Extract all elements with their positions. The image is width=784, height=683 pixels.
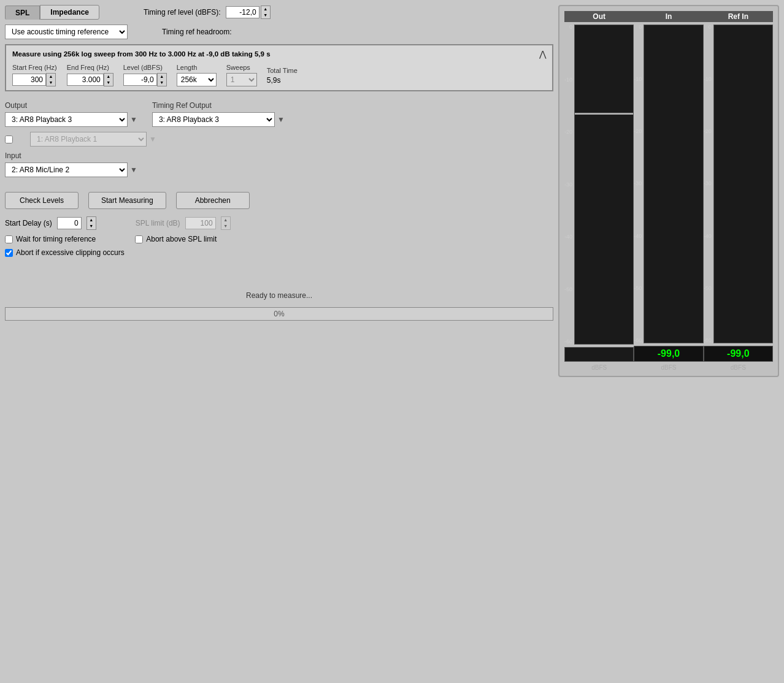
start-freq-up[interactable]: ▲ <box>47 74 55 80</box>
level-up[interactable]: ▲ <box>158 74 166 80</box>
meter-ref-in-scale: 0 -10 -20 -30 -40 -50 -60 <box>704 25 713 343</box>
wait-timing-checkbox[interactable] <box>5 235 13 243</box>
output2-checkbox[interactable] <box>5 135 13 143</box>
output-row: Output 3: AR8 Playback 3 1: AR8 Playback… <box>5 101 553 127</box>
measure-box: Measure using 256k log sweep from 300 Hz… <box>5 44 553 91</box>
abbrechen-button[interactable]: Abbrechen <box>176 192 250 209</box>
meter-out-value-box <box>564 347 634 362</box>
abort-spl-checkbox-label[interactable]: Abort above SPL limit <box>135 235 217 243</box>
tab-impedance[interactable]: Impedance <box>40 5 99 20</box>
spl-limit-input <box>185 217 216 229</box>
timing-ref-level-input[interactable] <box>226 6 259 18</box>
end-freq-down[interactable]: ▼ <box>104 80 113 86</box>
start-freq-down[interactable]: ▼ <box>47 80 55 86</box>
measure-box-title: Measure using 256k log sweep from 300 Hz… <box>12 50 271 58</box>
input-select-row: 2: AR8 Mic/Line 2 1: AR8 Mic/Line 1 ▼ <box>5 162 553 177</box>
start-freq-label: Start Freq (Hz) <box>12 64 57 71</box>
input-select[interactable]: 2: AR8 Mic/Line 2 1: AR8 Mic/Line 1 <box>5 162 128 177</box>
start-freq-input[interactable] <box>12 74 46 86</box>
abort-clipping-checkbox[interactable] <box>5 249 13 257</box>
measure-params: Start Freq (Hz) ▲ ▼ End Freq (Hz) <box>12 64 546 86</box>
start-measuring-button[interactable]: Start Measuring <box>88 192 166 209</box>
output-group: Output 3: AR8 Playback 3 1: AR8 Playback… <box>5 101 137 127</box>
meter-ref-in: Ref In 0 -10 -20 -30 -40 -50 -60 <box>704 11 773 371</box>
level-label: Level (dBFS) <box>123 64 167 71</box>
start-freq-group: Start Freq (Hz) ▲ ▼ <box>12 64 57 86</box>
meter-out-title: Out <box>564 11 634 22</box>
timing-ref-output-select[interactable]: 3: AR8 Playback 3 1: AR8 Playback 1 <box>152 112 275 127</box>
start-freq-input-row: ▲ ▼ <box>12 73 57 86</box>
start-delay-input[interactable] <box>57 217 82 229</box>
timing-ref-level-spinners: ▲ ▼ <box>261 6 271 19</box>
output-dropdown-arrow: ▼ <box>130 115 137 124</box>
output2-arrow: ▼ <box>149 135 156 143</box>
timing-ref-headroom-label: Timing ref headroom: <box>162 28 232 36</box>
wait-timing-checkbox-label[interactable]: Wait for timing reference <box>5 235 96 243</box>
main-container: SPL Impedance Timing ref level (dBFS): ▲… <box>0 0 784 382</box>
output-select[interactable]: 3: AR8 Playback 3 1: AR8 Playback 1 <box>5 112 128 127</box>
end-freq-spinners: ▲ ▼ <box>104 73 113 86</box>
start-delay-spinners: ▲ ▼ <box>86 216 96 230</box>
timing-ref-level-down[interactable]: ▼ <box>261 12 270 18</box>
meter-ref-in-value: -99,0 <box>705 348 771 359</box>
timing-ref-output-select-row: 3: AR8 Playback 3 1: AR8 Playback 1 ▼ <box>152 112 285 127</box>
tab-spl[interactable]: SPL <box>5 6 40 20</box>
scale-0: 0 <box>569 25 572 30</box>
length-select[interactable]: 256k 128k 512k <box>177 73 217 86</box>
meter-in-bar <box>644 25 703 343</box>
sweeps-select[interactable]: 1 2 4 <box>226 73 257 86</box>
sweeps-group: Sweeps 1 2 4 <box>226 64 257 86</box>
sweeps-input-row: 1 2 4 <box>226 73 257 86</box>
timing-ref-level-row: Timing ref level (dBFS): ▲ ▼ <box>144 6 271 19</box>
level-down[interactable]: ▼ <box>158 80 166 86</box>
level-group: Level (dBFS) ▲ ▼ <box>123 64 167 86</box>
level-input[interactable] <box>123 74 157 86</box>
meter-ref-in-bar <box>713 25 773 343</box>
timing-ref-dropdown[interactable]: Use acoustic timing reference No timing … <box>5 25 128 39</box>
total-time-group: Total Time 5,9s <box>267 67 298 86</box>
input-group: Input 2: AR8 Mic/Line 2 1: AR8 Mic/Line … <box>5 151 553 177</box>
settings-row: Start Delay (s) ▲ ▼ SPL limit (dB) ▲ ▼ <box>5 216 553 257</box>
io-section: Output 3: AR8 Playback 3 1: AR8 Playback… <box>5 96 553 182</box>
status-text: Ready to measure... <box>5 291 553 300</box>
end-freq-label: End Freq (Hz) <box>67 64 113 71</box>
meter-out-scale: 0 -10 -20 -30 -40 -50 -60 <box>564 25 574 345</box>
length-group: Length 256k 128k 512k <box>177 64 217 86</box>
start-delay-down[interactable]: ▼ <box>87 223 96 229</box>
scale-30: -30 <box>564 182 572 188</box>
start-delay-label: Start Delay (s) <box>5 219 52 227</box>
scale-10b: -10 <box>564 77 572 83</box>
timing-ref-output-label: Timing Ref Output <box>152 101 285 110</box>
progress-bar-text: 0% <box>274 310 284 318</box>
measure-box-collapse[interactable]: ⋀ <box>539 49 546 59</box>
end-freq-input[interactable] <box>67 74 104 86</box>
start-freq-spinners: ▲ ▼ <box>46 73 56 86</box>
abort-spl-checkbox[interactable] <box>135 235 143 243</box>
end-freq-up[interactable]: ▲ <box>104 74 113 80</box>
total-time-label: Total Time <box>267 67 298 74</box>
scale-20b: -20 <box>564 129 572 135</box>
sweeps-label: Sweeps <box>226 64 257 71</box>
output-select-row: 3: AR8 Playback 3 1: AR8 Playback 1 ▼ <box>5 112 137 127</box>
scale-50: -50 <box>564 287 572 292</box>
meter-in-scale: 0 -10 -20 -30 -40 -50 -60 <box>634 25 644 343</box>
progress-bar: 0% <box>5 307 553 321</box>
length-label: Length <box>177 64 217 71</box>
meter-ref-in-wrapper: 0 -10 -20 -30 -40 -50 -60 <box>704 25 773 343</box>
abort-spl-label: Abort above SPL limit <box>146 235 217 243</box>
checkbox-row-2: Abort if excessive clipping occurs <box>5 248 553 257</box>
meter-in-value: -99,0 <box>636 348 701 359</box>
abort-clipping-checkbox-label[interactable]: Abort if excessive clipping occurs <box>5 248 125 257</box>
start-delay-up[interactable]: ▲ <box>87 217 96 223</box>
timing-ref-level-up[interactable]: ▲ <box>261 6 270 12</box>
meter-out-indicator <box>575 113 633 115</box>
meter-in-unit: dBFS <box>634 364 703 371</box>
output2-select: 1: AR8 Playback 1 <box>30 132 147 147</box>
meter-out: Out 0 -10 -20 -30 -40 -50 -60 <box>564 11 634 371</box>
end-freq-input-row: ▲ ▼ <box>67 73 113 86</box>
meter-in: In 0 -10 -20 -30 -40 -50 -60 <box>634 11 703 371</box>
buttons-row: Check Levels Start Measuring Abbrechen <box>5 192 553 209</box>
output2-select-row: 1: AR8 Playback 1 ▼ <box>30 132 156 147</box>
check-levels-button[interactable]: Check Levels <box>5 192 79 209</box>
measure-box-header: Measure using 256k log sweep from 300 Hz… <box>12 49 546 59</box>
